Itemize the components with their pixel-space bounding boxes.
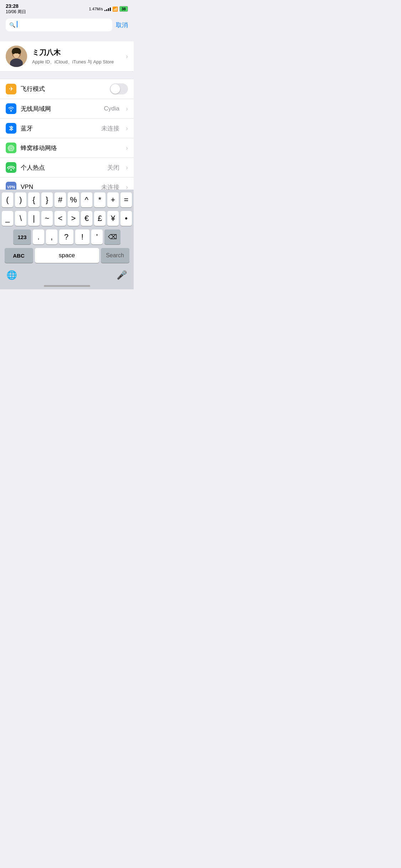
key-^[interactable]: ^ [81, 192, 92, 207]
settings-row-bluetooth[interactable]: 蓝牙未连接› [0, 119, 134, 138]
key-row-3: 123 . , ? ! ' ⌫ [1, 229, 133, 244]
globe-icon[interactable]: 🌐 [6, 270, 17, 280]
toggle-airplane[interactable] [110, 83, 128, 94]
value-bluetooth: 未连接 [101, 124, 119, 133]
settings-row-hotspot[interactable]: 个人热点关闭› [0, 158, 134, 177]
key-#[interactable]: # [55, 192, 66, 207]
keyboard: (){}#%^*+= _\|~<>€£¥• 123 . , ? ! ' ⌫ AB… [0, 190, 134, 289]
chevron-bluetooth: › [126, 125, 128, 132]
icon-cellular [6, 143, 16, 153]
value-wifi: Cydia [104, 105, 119, 112]
label-bluetooth: 蓝牙 [21, 124, 97, 133]
svg-point-10 [10, 148, 12, 149]
key-comma[interactable]: , [46, 229, 57, 244]
key-row-4: ABC space Search [1, 248, 133, 263]
key-{[interactable]: { [28, 192, 40, 207]
key-*[interactable]: * [94, 192, 106, 207]
icon-airplane: ✈ [6, 84, 16, 94]
profile-section[interactable]: ミ刀八木 Apple ID、iCloud、iTunes 与 App Store … [0, 41, 134, 72]
home-indicator [0, 282, 134, 289]
label-airplane: 飞行模式 [21, 85, 106, 93]
key-abc[interactable]: ABC [5, 248, 33, 263]
separator-gap [0, 34, 134, 41]
status-bar: 23:28 10/06 周日 1.47M/s 📶 38 [0, 0, 134, 16]
signal-icon [104, 7, 111, 11]
wifi-status-icon: 📶 [112, 6, 118, 12]
key->[interactable]: > [68, 211, 79, 226]
key-%[interactable]: % [68, 192, 79, 207]
bottom-bar: 🌐 🎤 [0, 268, 134, 282]
profile-chevron-icon: › [126, 53, 128, 60]
value-hotspot: 关闭 [107, 164, 119, 172]
speed-text: 1.47M/s [89, 7, 103, 11]
label-cellular: 蜂窝移动网络 [21, 144, 122, 152]
key-exclaim[interactable]: ! [75, 229, 89, 244]
key-\[interactable]: \ [15, 211, 26, 226]
svg-point-7 [17, 49, 21, 54]
status-icons: 1.47M/s 📶 38 [89, 6, 128, 12]
date: 10/06 周日 [6, 9, 26, 15]
label-wifi: 无线局域网 [21, 105, 100, 113]
key-=[interactable]: = [120, 192, 132, 207]
label-hotspot: 个人热点 [21, 164, 103, 172]
profile-info: ミ刀八木 Apple ID、iCloud、iTunes 与 App Store [32, 48, 121, 65]
icon-wifi [6, 103, 16, 114]
key-([interactable]: ( [2, 192, 13, 207]
key-}[interactable]: } [41, 192, 53, 207]
key-row-1: (){}#%^*+= [1, 192, 133, 207]
settings-section: ✈飞行模式无线局域网Cydia›蓝牙未连接›蜂窝移动网络›个人热点关闭›VPNV… [0, 79, 134, 197]
settings-row-wifi[interactable]: 无线局域网Cydia› [0, 99, 134, 119]
battery-indicator: 38 [119, 6, 128, 12]
key-dot[interactable]: . [33, 229, 44, 244]
chevron-hotspot: › [126, 164, 128, 171]
key-€[interactable]: € [81, 211, 92, 226]
key-<[interactable]: < [55, 211, 66, 226]
key-•[interactable]: • [120, 211, 132, 226]
status-time-date: 23:28 10/06 周日 [6, 3, 26, 15]
profile-name: ミ刀八木 [32, 48, 121, 57]
avatar-face [6, 46, 27, 67]
icon-bluetooth [6, 123, 16, 134]
key-~[interactable]: ~ [41, 211, 53, 226]
key-search[interactable]: Search [101, 248, 129, 263]
key-|[interactable]: | [28, 211, 40, 226]
key-)[interactable]: ) [15, 192, 26, 207]
key-123[interactable]: 123 [13, 229, 31, 244]
avatar [6, 46, 27, 67]
profile-subtitle: Apple ID、iCloud、iTunes 与 App Store [32, 59, 121, 65]
keyboard-rows: (){}#%^*+= _\|~<>€£¥• 123 . , ? ! ' ⌫ AB… [0, 190, 134, 268]
delete-key[interactable]: ⌫ [104, 229, 120, 244]
microphone-icon[interactable]: 🎤 [117, 270, 127, 280]
key-+[interactable]: + [107, 192, 119, 207]
key-row-2: _\|~<>€£¥• [1, 211, 133, 226]
key-£[interactable]: £ [94, 211, 106, 226]
chevron-cellular: › [126, 144, 128, 152]
search-input[interactable] [17, 21, 109, 29]
time: 23:28 [6, 3, 26, 9]
key-apostrophe[interactable]: ' [91, 229, 103, 244]
settings-row-airplane[interactable]: ✈飞行模式 [0, 79, 134, 99]
key-¥[interactable]: ¥ [107, 211, 119, 226]
chevron-wifi: › [126, 105, 128, 113]
svg-point-6 [12, 49, 15, 54]
search-area: 🔍 取消 [0, 16, 134, 34]
key-space[interactable]: space [35, 248, 99, 263]
cancel-button[interactable]: 取消 [116, 21, 128, 29]
settings-row-cellular[interactable]: 蜂窝移动网络› [0, 138, 134, 158]
key-question[interactable]: ? [59, 229, 73, 244]
search-input-wrapper[interactable]: 🔍 [6, 19, 112, 31]
key-_[interactable]: _ [2, 211, 13, 226]
icon-hotspot [6, 162, 16, 173]
svg-point-11 [10, 169, 12, 171]
avatar-image [6, 46, 27, 67]
home-bar [44, 285, 90, 287]
search-icon: 🔍 [9, 22, 15, 28]
